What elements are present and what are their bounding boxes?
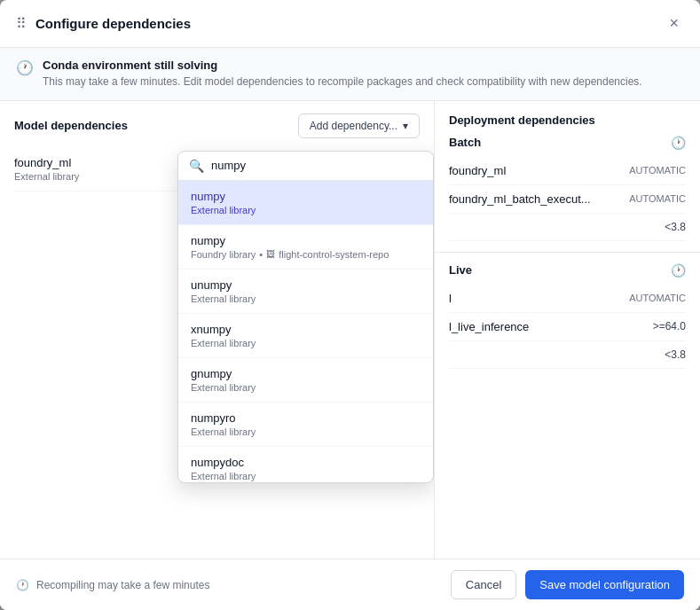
live-title: Live 🕐 <box>449 263 686 278</box>
search-bar: 🔍 <box>178 152 433 181</box>
right-panel: Deployment dependencies Batch 🕐 foundry_… <box>435 101 700 559</box>
add-dep-label: Add dependency... <box>310 120 397 132</box>
dropdown-item-numpy-external[interactable]: numpy External library <box>178 181 433 225</box>
alert-bar: 🕐 Conda environment still solving This m… <box>0 48 700 101</box>
save-button[interactable]: Save model configuration <box>525 570 684 599</box>
batch-dep-1-name: foundry_ml <box>449 164 506 177</box>
repo-icon: 🖼 <box>266 249 275 259</box>
right-panel-header: Deployment dependencies <box>435 101 700 136</box>
dropdown-item-gnumpy[interactable]: gnumpy External library <box>178 358 433 403</box>
batch-title: Batch 🕐 <box>449 136 686 150</box>
chevron-down-icon: ▾ <box>403 120 408 132</box>
live-dep-1-name: l <box>449 292 452 305</box>
dropdown-item-numpydoc[interactable]: numpydoc External library <box>178 447 433 482</box>
alert-text: Conda environment still solving This may… <box>43 59 642 90</box>
dot-separator: • <box>259 249 263 260</box>
live-dep-2-name: l_live_inference <box>449 320 529 333</box>
dialog-header: ⠿ Configure dependencies × <box>0 0 700 48</box>
recompile-clock-icon: 🕐 <box>16 579 29 591</box>
live-version-row: <3.8 <box>449 341 686 369</box>
live-section: Live 🕐 l AUTOMATIC l_live_inference >=64… <box>435 263 700 369</box>
footer-status: 🕐 Recompiling may take a few minutes <box>16 579 209 591</box>
sliders-icon: ⠿ <box>16 15 27 32</box>
batch-dep-2-badge: AUTOMATIC <box>629 193 686 204</box>
dropdown-box: 🔍 numpy External library numpy <box>177 151 434 483</box>
live-clock-icon: 🕐 <box>671 263 686 278</box>
footer-status-text: Recompiling may take a few minutes <box>36 579 209 591</box>
deployment-dependencies-title: Deployment dependencies <box>449 113 595 127</box>
header-left: ⠿ Configure dependencies <box>16 15 191 32</box>
dialog-content: 🕐 Conda environment still solving This m… <box>0 48 700 559</box>
foundry-library-label: Foundry library <box>191 249 256 260</box>
batch-dep-row-2: foundry_ml_batch_execut... AUTOMATIC <box>449 185 686 214</box>
left-panel-header: Model dependencies Add dependency... ▾ <box>0 101 434 147</box>
batch-version: <3.8 <box>665 221 686 233</box>
live-dep-row-2: l_live_inference >=64.0 <box>449 313 686 341</box>
dropdown-item-xnumpy[interactable]: xnumpy External library <box>178 314 433 358</box>
live-dep-2-version: >=64.0 <box>653 320 686 332</box>
live-dep-1-badge: AUTOMATIC <box>629 293 686 303</box>
live-label: Live <box>449 263 472 277</box>
alert-description: This may take a few minutes. Edit model … <box>43 74 642 90</box>
footer-actions: Cancel Save model configuration <box>451 570 684 599</box>
batch-dep-1-badge: AUTOMATIC <box>629 165 686 176</box>
panel-divider <box>435 252 700 253</box>
model-dependencies-title: Model dependencies <box>14 119 128 132</box>
repo-name: flight-control-system-repo <box>279 249 389 260</box>
live-dep-row-1: l AUTOMATIC <box>449 285 686 313</box>
search-icon: 🔍 <box>189 159 204 173</box>
dependency-search-input[interactable] <box>211 159 422 172</box>
add-dependency-dropdown: 🔍 numpy External library numpy <box>177 151 434 483</box>
configure-dependencies-dialog: ⠿ Configure dependencies × 🕐 Conda envir… <box>0 0 700 610</box>
batch-version-row: <3.8 <box>449 214 686 241</box>
batch-label: Batch <box>449 136 481 149</box>
dialog-footer: 🕐 Recompiling may take a few minutes Can… <box>0 559 700 610</box>
dropdown-item-numpyro[interactable]: numpyro External library <box>178 403 433 447</box>
alert-title: Conda environment still solving <box>43 59 642 72</box>
live-version: <3.8 <box>665 348 686 361</box>
dropdown-item-numpy-foundry[interactable]: numpy Foundry library • 🖼 flight-control… <box>178 225 433 270</box>
cancel-button[interactable]: Cancel <box>451 570 516 599</box>
main-area: Model dependencies Add dependency... ▾ f… <box>0 101 700 559</box>
close-button[interactable]: × <box>664 12 684 35</box>
dropdown-item-unumpy[interactable]: unumpy External library <box>178 270 433 314</box>
batch-clock-icon: 🕐 <box>671 136 686 150</box>
dropdown-list: numpy External library numpy Foundry lib… <box>178 181 433 482</box>
batch-dep-row-1: foundry_ml AUTOMATIC <box>449 157 686 185</box>
batch-dep-2-name: foundry_ml_batch_execut... <box>449 192 591 206</box>
add-dependency-button[interactable]: Add dependency... ▾ <box>298 113 420 138</box>
dialog-title: Configure dependencies <box>35 16 191 31</box>
left-panel: Model dependencies Add dependency... ▾ f… <box>0 101 435 559</box>
batch-section: Batch 🕐 foundry_ml AUTOMATIC foundry_ml_… <box>435 136 700 241</box>
clock-alert-icon: 🕐 <box>16 59 34 76</box>
